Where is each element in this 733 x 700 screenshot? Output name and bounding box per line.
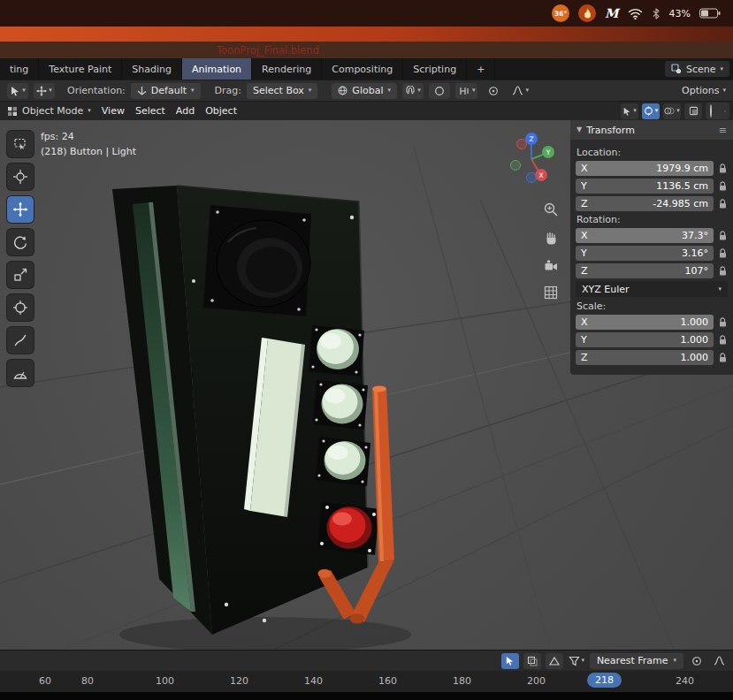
m-app-logo[interactable]: M [605,6,619,20]
timeline-marker-icon[interactable] [546,653,563,669]
tool-rotate[interactable] [7,229,34,255]
ortho-toggle-button[interactable] [541,283,561,302]
frame-snap-dropdown[interactable]: Nearest Frame ▾ [590,653,683,669]
tool-scale[interactable] [7,262,34,288]
rotation-mode-value: XYZ Euler [582,284,630,295]
circle-icon [434,86,445,96]
pan-view-button[interactable] [541,228,561,247]
timeline-stack-icon[interactable] [523,653,541,669]
scale-z-field[interactable]: Z1.000 [576,350,714,365]
gizmo-y-neg[interactable] [511,161,521,171]
tab-shading[interactable]: Shading [122,58,182,80]
falloff-dropdown[interactable] [710,653,728,669]
lock-icon[interactable] [718,317,728,328]
tool-measure[interactable] [7,360,34,386]
button-red[interactable] [317,502,379,555]
lock-icon[interactable] [718,164,728,174]
lock-icon[interactable] [718,248,728,259]
options-menu[interactable]: Options ▾ [682,85,726,96]
tab-partial[interactable]: ting [0,58,39,80]
lock-icon[interactable] [718,335,728,346]
magnet-icon [405,86,416,96]
active-tool-dropdown[interactable]: ▾ [7,83,28,99]
shading-material[interactable] [720,110,722,112]
tab-texture-paint[interactable]: Texture Paint [39,58,122,80]
tool-settings-bar: ▾ ▾ Orientation: Default ▾ Drag: Select … [0,80,733,101]
gizmo-x-neg[interactable] [517,140,527,149]
pivot-dropdown[interactable]: Global ▾ [332,83,397,99]
rotation-x-field[interactable]: X37.3° [576,228,714,243]
menu-add[interactable]: Add [176,105,195,117]
scene-selector[interactable]: Scene ▾ [665,61,729,77]
shading-wireframe[interactable] [709,104,713,118]
model-control-panel[interactable] [112,186,411,650]
tool-select-box[interactable] [7,131,34,157]
lock-icon[interactable] [718,199,728,209]
lock-icon[interactable] [718,353,728,363]
timeline-select-tool[interactable] [501,653,519,669]
selectability-dropdown[interactable]: ▾ [621,103,638,119]
drag-dropdown[interactable]: Select Box ▾ [247,83,317,99]
scene-icon [671,64,682,74]
location-x-field[interactable]: X1979.9 cm [576,161,714,176]
lock-icon[interactable] [718,266,728,277]
svg-text:X: X [538,171,543,179]
mode-dropdown[interactable]: Object Mode ▾ [7,105,91,117]
tab-animation[interactable]: Animation [182,58,252,80]
scale-x-field[interactable]: X1.000 [576,315,714,330]
shading-rendered[interactable] [724,110,726,112]
snapping-dropdown[interactable]: ▾ [402,83,424,99]
filter-dropdown[interactable]: ▾ [568,653,585,669]
timeline-ruler[interactable]: 60 80 100 120 140 160 180 200 218 240 [0,671,733,692]
center-dot-toggle[interactable] [483,83,504,99]
axis-navigation-gizmo[interactable]: Z Y X [504,129,559,184]
zoom-view-button[interactable] [541,200,561,219]
axis-label: X [581,163,588,174]
weather-badge[interactable]: 36° [552,4,569,22]
falloff-dropdown[interactable]: ▾ [509,83,531,99]
menu-select[interactable]: Select [135,105,165,117]
button-mint-3[interactable] [316,437,370,486]
field-value: 37.3° [682,230,708,241]
lock-icon[interactable] [718,181,728,192]
lock-icon[interactable] [718,231,728,241]
location-y-field[interactable]: Y1136.5 cm [576,179,714,194]
button-mint-1[interactable] [309,325,364,377]
knob-assembly[interactable] [203,205,311,316]
proportional-editing-toggle[interactable] [429,83,450,99]
tab-compositing[interactable]: Compositing [322,58,403,80]
location-z-field[interactable]: Z-24.985 cm [576,196,714,211]
tool-annotate[interactable] [7,327,34,354]
overlays-dropdown[interactable]: ▾ [663,103,681,119]
layers-icon [527,656,538,666]
tool-transform[interactable] [7,294,34,321]
frame-snap-value: Nearest Frame [597,655,668,666]
gizmo-dropdown[interactable]: ▾ [642,103,660,119]
tab-rendering[interactable]: Rendering [252,58,322,80]
circle-dot-icon [691,656,702,666]
proportional-toggle[interactable] [688,653,706,669]
rotation-z-field[interactable]: Z107° [576,263,714,278]
tool-move[interactable] [7,196,34,223]
new-workspace-tab[interactable]: + [467,58,495,80]
rotation-y-field[interactable]: Y3.16° [576,246,714,261]
menu-object[interactable]: Object [205,105,237,117]
transform-panel-header[interactable]: ▼ Transform ≡ [570,120,733,140]
panel-drag-handle-icon[interactable]: ≡ [719,125,727,136]
current-frame-indicator[interactable]: 218 [587,673,622,688]
rotation-y-row: Y3.16° [576,246,728,261]
flame-badge[interactable] [578,4,596,22]
orientation-dropdown[interactable]: Default ▾ [131,83,201,99]
tool-cursor[interactable] [7,164,34,190]
xray-toggle[interactable] [684,103,702,119]
camera-view-button[interactable] [541,256,561,276]
tab-scripting[interactable]: Scripting [403,58,467,80]
gizmo-z-neg[interactable] [527,173,537,183]
snap-target-dropdown[interactable]: ▾ [455,83,478,99]
scale-y-field[interactable]: Y1.000 [576,332,714,347]
shading-solid[interactable] [715,110,717,112]
menu-view[interactable]: View [102,105,125,117]
rotation-mode-dropdown[interactable]: XYZ Euler ▾ [576,281,728,297]
fallback-tool-dropdown[interactable]: ▾ [34,83,55,99]
button-mint-2[interactable] [313,380,368,430]
